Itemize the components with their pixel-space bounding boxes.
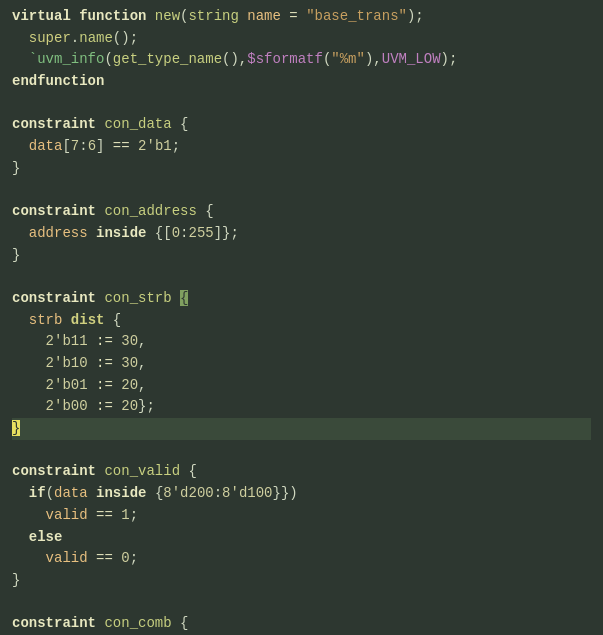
code-line-28 — [12, 592, 591, 614]
code-line-10: constraint con_address { — [12, 201, 591, 223]
code-line-9 — [12, 180, 591, 202]
code-line-12: } — [12, 245, 591, 267]
code-line-8: } — [12, 158, 591, 180]
code-line-5 — [12, 93, 591, 115]
code-line-16: 2'b11 := 30, — [12, 331, 591, 353]
code-line-20: } — [12, 418, 591, 440]
code-line-19: 2'b00 := 20}; — [12, 396, 591, 418]
code-line-17: 2'b10 := 30, — [12, 353, 591, 375]
code-line-1: virtual function new(string name = "base… — [12, 6, 591, 28]
code-line-22: constraint con_valid { — [12, 461, 591, 483]
code-line-25: else — [12, 527, 591, 549]
code-line-4: endfunction — [12, 71, 591, 93]
code-line-24: valid == 1; — [12, 505, 591, 527]
code-line-26: valid == 0; — [12, 548, 591, 570]
code-line-14: constraint con_strb { — [12, 288, 591, 310]
code-line-21 — [12, 440, 591, 462]
code-line-7: data[7:6] == 2'b1; — [12, 136, 591, 158]
code-line-2: super.name(); — [12, 28, 591, 50]
code-line-11: address inside {[0:255]}; — [12, 223, 591, 245]
code-line-23: if(data inside {8'd200:8'd100}}) — [12, 483, 591, 505]
code-editor: virtual function new(string name = "base… — [0, 0, 603, 635]
code-line-13 — [12, 266, 591, 288]
code-line-29: constraint con_comb { — [12, 613, 591, 635]
code-line-3: `uvm_info(get_type_name(),$sformatf("%m"… — [12, 49, 591, 71]
code-line-18: 2'b01 := 20, — [12, 375, 591, 397]
code-line-6: constraint con_data { — [12, 114, 591, 136]
code-line-27: } — [12, 570, 591, 592]
code-line-15: strb dist { — [12, 310, 591, 332]
